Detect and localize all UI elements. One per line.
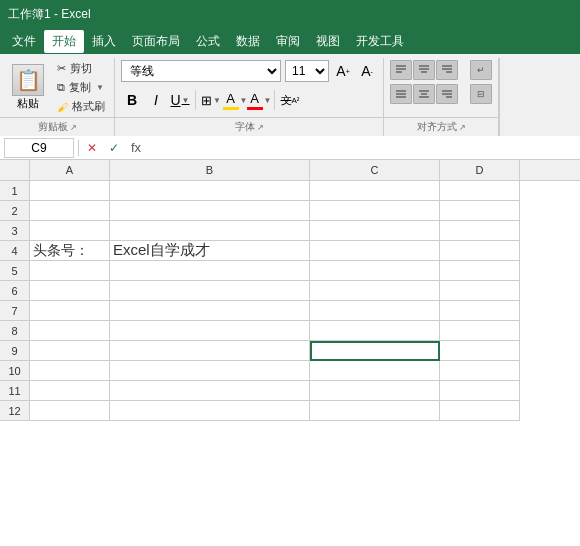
font-size-select[interactable]: 11 — [285, 60, 329, 82]
strikethrough-button[interactable]: 文 A² — [279, 89, 301, 111]
cell-a11[interactable] — [30, 381, 110, 401]
cell-b4[interactable]: Excel自学成才 — [110, 241, 310, 261]
menu-view[interactable]: 视图 — [308, 30, 348, 53]
font-grow-button[interactable]: A+ — [333, 60, 353, 82]
col-header-a[interactable]: A — [30, 160, 110, 180]
cell-d10[interactable] — [440, 361, 520, 381]
bold-button[interactable]: B — [121, 89, 143, 111]
menu-developer[interactable]: 开发工具 — [348, 30, 412, 53]
border-button[interactable]: ⊞ ▼ — [200, 89, 222, 111]
cell-a10[interactable] — [30, 361, 110, 381]
align-top-center-button[interactable] — [413, 60, 435, 80]
cell-d7[interactable] — [440, 301, 520, 321]
cell-d9[interactable] — [440, 341, 520, 361]
cell-b3[interactable] — [110, 221, 310, 241]
cell-reference-input[interactable] — [4, 138, 74, 158]
cell-b1[interactable] — [110, 181, 310, 201]
cell-d1[interactable] — [440, 181, 520, 201]
cell-a1[interactable] — [30, 181, 110, 201]
cell-c8[interactable] — [310, 321, 440, 341]
cell-d4[interactable] — [440, 241, 520, 261]
cell-b2[interactable] — [110, 201, 310, 221]
cell-c5[interactable] — [310, 261, 440, 281]
font-shrink-button[interactable]: A- — [357, 60, 377, 82]
wrap-text-button[interactable]: ↵ — [470, 60, 492, 80]
cell-d3[interactable] — [440, 221, 520, 241]
cell-b8[interactable] — [110, 321, 310, 341]
cell-c4[interactable] — [310, 241, 440, 261]
clipboard-expand-icon[interactable]: ↗ — [70, 123, 77, 132]
menu-data[interactable]: 数据 — [228, 30, 268, 53]
cell-c12[interactable] — [310, 401, 440, 421]
cell-d6[interactable] — [440, 281, 520, 301]
align-right-button[interactable] — [436, 84, 458, 104]
cell-d5[interactable] — [440, 261, 520, 281]
cell-c11[interactable] — [310, 381, 440, 401]
cell-a6[interactable] — [30, 281, 110, 301]
cell-a5[interactable] — [30, 261, 110, 281]
font-expand-icon[interactable]: ↗ — [257, 123, 264, 132]
row-header-5[interactable]: 5 — [0, 261, 30, 281]
menu-start[interactable]: 开始 — [44, 30, 84, 53]
fill-color-button[interactable]: A ▼ — [224, 89, 246, 111]
alignment-expand-icon[interactable]: ↗ — [459, 123, 466, 132]
merge-cells-button[interactable]: ⊟ — [470, 84, 492, 104]
row-header-7[interactable]: 7 — [0, 301, 30, 321]
col-header-c[interactable]: C — [310, 160, 440, 180]
cell-c9[interactable] — [310, 341, 440, 361]
cell-d2[interactable] — [440, 201, 520, 221]
cell-b12[interactable] — [110, 401, 310, 421]
cell-c7[interactable] — [310, 301, 440, 321]
cell-b5[interactable] — [110, 261, 310, 281]
row-header-2[interactable]: 2 — [0, 201, 30, 221]
function-icon[interactable]: fx — [127, 140, 145, 155]
cell-a4[interactable]: 头条号： — [30, 241, 110, 261]
underline-button[interactable]: U▼ — [169, 89, 191, 111]
row-header-6[interactable]: 6 — [0, 281, 30, 301]
col-header-b[interactable]: B — [110, 160, 310, 180]
cell-d11[interactable] — [440, 381, 520, 401]
align-center-button[interactable] — [413, 84, 435, 104]
col-header-d[interactable]: D — [440, 160, 520, 180]
cell-b10[interactable] — [110, 361, 310, 381]
cell-c2[interactable] — [310, 201, 440, 221]
cell-b9[interactable] — [110, 341, 310, 361]
menu-review[interactable]: 审阅 — [268, 30, 308, 53]
align-top-right-button[interactable] — [436, 60, 458, 80]
cell-a8[interactable] — [30, 321, 110, 341]
cell-c1[interactable] — [310, 181, 440, 201]
font-name-select[interactable]: 等线 — [121, 60, 281, 82]
cell-b6[interactable] — [110, 281, 310, 301]
cell-c3[interactable] — [310, 221, 440, 241]
row-header-10[interactable]: 10 — [0, 361, 30, 381]
cell-b7[interactable] — [110, 301, 310, 321]
paste-button[interactable]: 📋 粘贴 — [6, 62, 50, 113]
format-paint-button[interactable]: 🖌 格式刷 — [54, 98, 108, 115]
italic-button[interactable]: I — [145, 89, 167, 111]
align-top-left-button[interactable] — [390, 60, 412, 80]
menu-page-layout[interactable]: 页面布局 — [124, 30, 188, 53]
row-header-3[interactable]: 3 — [0, 221, 30, 241]
row-header-9[interactable]: 9 — [0, 341, 30, 361]
cell-d8[interactable] — [440, 321, 520, 341]
cell-a2[interactable] — [30, 201, 110, 221]
cell-a12[interactable] — [30, 401, 110, 421]
menu-file[interactable]: 文件 — [4, 30, 44, 53]
align-left-button[interactable] — [390, 84, 412, 104]
cancel-formula-button[interactable]: ✕ — [83, 139, 101, 157]
cell-a3[interactable] — [30, 221, 110, 241]
row-header-4[interactable]: 4 — [0, 241, 30, 261]
cell-b11[interactable] — [110, 381, 310, 401]
row-header-11[interactable]: 11 — [0, 381, 30, 401]
cut-button[interactable]: ✂ 剪切 — [54, 60, 108, 77]
row-header-12[interactable]: 12 — [0, 401, 30, 421]
cell-a9[interactable] — [30, 341, 110, 361]
font-color-button[interactable]: A ▼ — [248, 89, 270, 111]
confirm-formula-button[interactable]: ✓ — [105, 139, 123, 157]
row-header-1[interactable]: 1 — [0, 181, 30, 201]
copy-button[interactable]: ⧉ 复制 ▼ — [54, 79, 108, 96]
cell-c6[interactable] — [310, 281, 440, 301]
cell-a7[interactable] — [30, 301, 110, 321]
row-header-8[interactable]: 8 — [0, 321, 30, 341]
menu-insert[interactable]: 插入 — [84, 30, 124, 53]
